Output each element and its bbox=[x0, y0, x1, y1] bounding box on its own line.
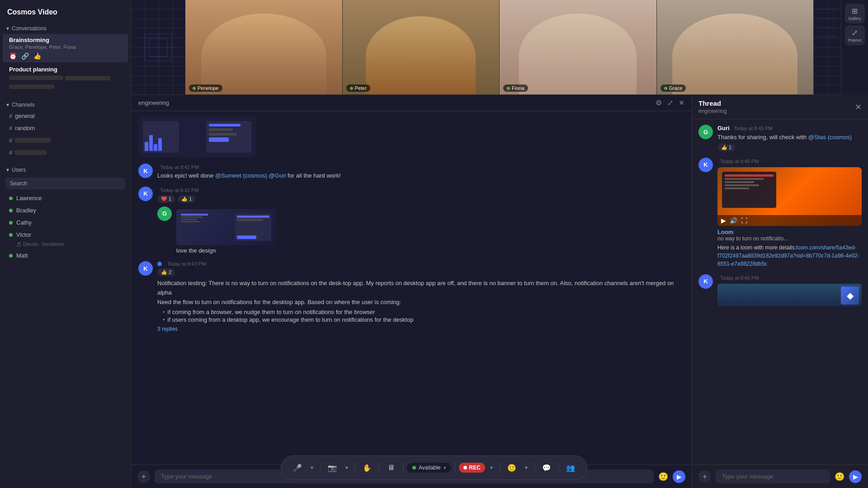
thread-send-btn[interactable]: ▶ bbox=[849, 470, 862, 483]
avatar-k-2: K bbox=[138, 187, 153, 201]
mic-btn[interactable]: 🎤 bbox=[289, 460, 306, 476]
thread-reaction-guri[interactable]: 👍 1 bbox=[717, 144, 735, 151]
popout-label: Popout bbox=[848, 38, 861, 42]
sidebar-user-cathy[interactable]: Cathy bbox=[3, 217, 128, 228]
emoji-arrow[interactable]: ▾ bbox=[522, 460, 531, 476]
divider-2 bbox=[355, 462, 355, 473]
rec-arrow[interactable]: ▾ bbox=[487, 460, 496, 476]
brainstorming-title: Brainstorming bbox=[9, 37, 122, 43]
volume-icon[interactable]: 🔊 bbox=[730, 217, 737, 224]
conversations-section[interactable]: ▾ Conversations bbox=[0, 22, 131, 33]
divider-6 bbox=[500, 462, 500, 473]
channel-skeleton-2 bbox=[15, 150, 47, 155]
chat-add-button[interactable]: + bbox=[137, 470, 150, 483]
search-box[interactable]: Search bbox=[5, 178, 125, 189]
thread-avatar-guri: G bbox=[698, 125, 713, 139]
message-row-2: K Today at 8:42 PM ❤️ 1 👍 1 G bbox=[138, 187, 684, 255]
participant-grace-badge: Grace bbox=[660, 84, 686, 92]
message-row-1: K Today at 8:42 PM Looks epic! well done… bbox=[138, 164, 684, 180]
sidebar-channel-skeleton-2[interactable]: # bbox=[3, 147, 128, 158]
user-cathy-name: Cathy bbox=[16, 219, 32, 226]
sidebar-item-brainstorming[interactable]: Brainstorming Grace, Penelope, Peter, Fi… bbox=[3, 34, 128, 62]
hash-icon-4: # bbox=[9, 149, 12, 156]
user-bradley-name: Bradley bbox=[16, 207, 36, 214]
thread-msg-time-k-video: Today at 8:45 PM bbox=[720, 159, 759, 164]
loom-video-preview[interactable]: ▶ 🔊 ⛶ bbox=[717, 167, 862, 226]
thread-emoji-btn[interactable]: 🙂 bbox=[835, 472, 844, 482]
thread-input-field[interactable] bbox=[716, 469, 830, 483]
rec-btn[interactable]: REC bbox=[459, 463, 485, 473]
message-time-2: Today at 8:42 PM bbox=[160, 188, 199, 193]
gallery-btn[interactable]: ⊞ Gallery bbox=[845, 4, 865, 23]
fullscreen-icon[interactable]: ⛶ bbox=[741, 217, 747, 224]
thread-messages: G Guri Today at 8:45 PM Thanks for shari… bbox=[692, 119, 868, 465]
gallery-label: Gallery bbox=[848, 16, 861, 21]
status-arrow: ▾ bbox=[443, 465, 446, 471]
reaction-thumbs-3[interactable]: 👍 2 bbox=[157, 268, 175, 276]
channel-random-label: random bbox=[15, 125, 35, 131]
chat-toolbar-btn[interactable]: 💬 bbox=[538, 460, 555, 476]
emoji-toolbar-btn[interactable]: 🙂 bbox=[504, 460, 520, 476]
avatar-k-3: K bbox=[138, 261, 153, 276]
expand-btn[interactable]: ⤢ bbox=[667, 99, 673, 107]
sidebar-user-bradley[interactable]: Bradley bbox=[3, 205, 128, 216]
thread-avatar-k-video: K bbox=[698, 158, 713, 172]
sidebar-user-matt[interactable]: Matt bbox=[3, 250, 128, 261]
sidebar-channel-random[interactable]: # random bbox=[3, 122, 128, 134]
thread-header: Thread engineering ✕ bbox=[692, 95, 868, 119]
thread-add-btn[interactable]: + bbox=[698, 470, 711, 483]
reaction-heart[interactable]: ❤️ 1 bbox=[157, 195, 175, 203]
video-cell-fiona: Fiona bbox=[500, 0, 657, 94]
sidebar-item-product-planning[interactable]: Product planning bbox=[3, 63, 128, 93]
message-body-2: Today at 8:42 PM ❤️ 1 👍 1 G bbox=[157, 187, 684, 255]
mention-guri: @Guri bbox=[269, 172, 286, 179]
fiona-status-dot bbox=[507, 87, 510, 90]
conversations-arrow: ▾ bbox=[6, 25, 9, 32]
right-icons-panel: ⊞ Gallery ⤢ Popout bbox=[841, 0, 868, 95]
sidebar-user-victor[interactable]: Victor 🎵 Darude - Sandstorm bbox=[3, 229, 128, 249]
video-cell-grace: Grace bbox=[657, 0, 814, 94]
users-section[interactable]: ▾ Users bbox=[0, 163, 131, 175]
thread-message-k-video: K Today at 8:45 PM bbox=[698, 158, 862, 268]
brainstorming-members: Grace, Penelope, Peter, Fiona bbox=[9, 44, 122, 50]
settings-btn[interactable]: ⚙ bbox=[656, 99, 662, 107]
message-body-1: Today at 8:42 PM Looks epic! well done @… bbox=[157, 164, 684, 180]
sidebar-channel-skeleton-1[interactable]: # bbox=[3, 135, 128, 146]
popout-btn[interactable]: ⤢ Popout bbox=[845, 25, 865, 45]
bullet-text-1: if coming from a browser, we nudge them … bbox=[168, 309, 375, 315]
share-btn[interactable]: 🖥 bbox=[383, 460, 399, 476]
play-icon[interactable]: ▶ bbox=[721, 217, 726, 224]
sidebar-channel-general[interactable]: # general bbox=[3, 110, 128, 122]
people-btn[interactable]: 👥 bbox=[562, 460, 579, 476]
rec-label: REC bbox=[469, 465, 481, 471]
channels-arrow: ▾ bbox=[6, 102, 9, 108]
camera-btn[interactable]: 📷 bbox=[324, 460, 340, 476]
loom-link[interactable]: loom.com/share/5a43ed-f702f2497aa8839d18… bbox=[717, 244, 859, 267]
hash-icon-3: # bbox=[9, 137, 12, 144]
reaction-thumbs[interactable]: 👍 1 bbox=[178, 195, 195, 203]
chat-channel-name: engineering bbox=[138, 99, 169, 106]
divider-3 bbox=[379, 462, 379, 473]
mic-arrow[interactable]: ▾ bbox=[307, 460, 316, 476]
camera-arrow[interactable]: ▾ bbox=[342, 460, 351, 476]
chat-emoji-btn[interactable]: 🙂 bbox=[658, 472, 668, 482]
user-matt-name: Matt bbox=[16, 252, 28, 259]
top-image-message bbox=[138, 117, 684, 157]
hand-btn[interactable]: ✋ bbox=[359, 460, 375, 476]
thread-message-k-3: K Today at 8:46 PM ◆ bbox=[698, 274, 862, 306]
mention-stas: @Stas (cosmos) bbox=[808, 134, 852, 141]
header-actions: ⚙ ⤢ ✕ bbox=[656, 99, 684, 107]
user-lawrence-name: Lawrence bbox=[16, 195, 42, 202]
app-title: Cosmos Video bbox=[0, 0, 131, 22]
sidebar-user-lawrence[interactable]: Lawrence bbox=[3, 192, 128, 204]
status-btn[interactable]: Available ▾ bbox=[407, 463, 451, 473]
thread-close-btn[interactable]: ✕ bbox=[855, 102, 862, 112]
replies-link[interactable]: 3 replies bbox=[157, 326, 684, 332]
hash-icon: # bbox=[9, 113, 12, 119]
chat-send-btn[interactable]: ▶ bbox=[673, 470, 685, 483]
close-btn[interactable]: ✕ bbox=[679, 99, 684, 107]
conversations-label: Conversations bbox=[12, 25, 47, 32]
thread-msg-time-k-3: Today at 8:46 PM bbox=[720, 275, 759, 281]
channels-section[interactable]: ▾ Channels bbox=[0, 98, 131, 110]
main-area: Penelope Peter bbox=[131, 0, 868, 488]
